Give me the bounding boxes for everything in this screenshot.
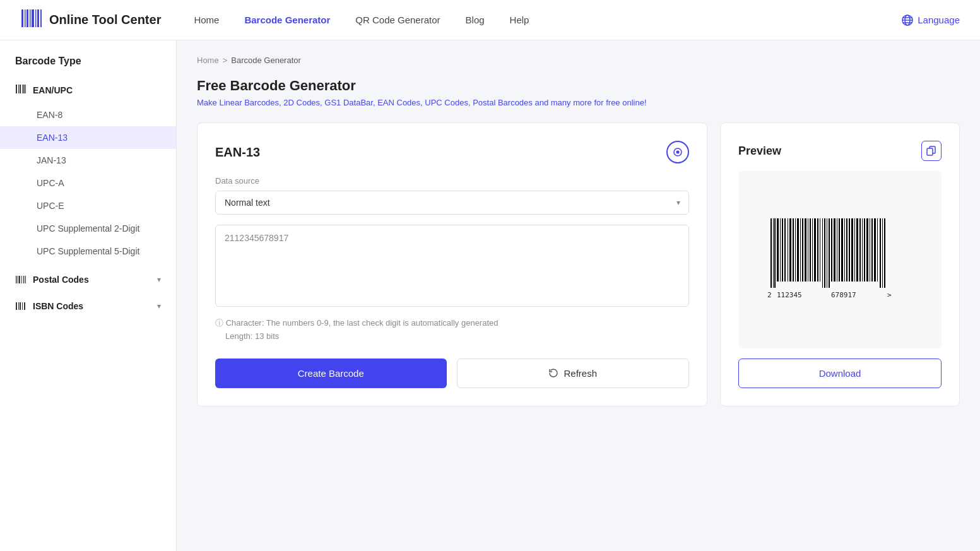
svg-rect-78 bbox=[880, 218, 881, 288]
svg-rect-49 bbox=[808, 218, 808, 281]
svg-rect-52 bbox=[814, 218, 816, 281]
svg-rect-20 bbox=[18, 276, 18, 283]
svg-rect-67 bbox=[851, 218, 853, 281]
svg-rect-63 bbox=[841, 218, 843, 281]
main-nav: Home Barcode Generator QR Code Generator… bbox=[194, 15, 881, 25]
svg-rect-50 bbox=[810, 218, 811, 281]
sidebar-category-ean-upc[interactable]: EAN/UPC bbox=[0, 77, 176, 104]
svg-rect-79 bbox=[882, 218, 883, 288]
breadcrumb-current: Barcode Generator bbox=[231, 56, 301, 65]
nav-barcode-generator[interactable]: Barcode Generator bbox=[244, 15, 330, 25]
svg-rect-22 bbox=[21, 276, 22, 283]
svg-rect-74 bbox=[870, 218, 870, 281]
breadcrumb-home[interactable]: Home bbox=[197, 56, 219, 65]
language-label: Language bbox=[918, 15, 960, 25]
hint-char: Character: The numbers 0-9, the last che… bbox=[226, 318, 499, 328]
settings-icon bbox=[672, 146, 683, 158]
nav-help[interactable]: Help bbox=[510, 15, 529, 25]
nav-qr-generator[interactable]: QR Code Generator bbox=[355, 15, 440, 25]
svg-rect-34 bbox=[770, 218, 772, 288]
sidebar-item-upc-sup5[interactable]: UPC Supplemental 5-Digit bbox=[0, 240, 176, 263]
copy-button[interactable] bbox=[921, 141, 942, 161]
sidebar-category-postal-left: Postal Codes bbox=[15, 274, 89, 285]
tool-area: EAN-13 Data source Normal text URL File bbox=[197, 122, 960, 406]
svg-rect-13 bbox=[16, 85, 17, 93]
nav-home[interactable]: Home bbox=[194, 15, 219, 25]
data-source-select[interactable]: Normal text URL File bbox=[215, 191, 689, 215]
svg-rect-16 bbox=[22, 85, 23, 93]
main-content: Home > Barcode Generator Free Barcode Ge… bbox=[177, 40, 980, 551]
svg-text:2: 2 bbox=[767, 291, 772, 299]
subtitle-end: and many more for free online! bbox=[534, 98, 646, 107]
svg-rect-27 bbox=[20, 302, 21, 310]
barcode-data-input[interactable] bbox=[215, 225, 689, 307]
data-source-label: Data source bbox=[215, 176, 689, 186]
settings-button[interactable] bbox=[666, 141, 689, 163]
page-body: Barcode Type EAN/UPC EAN-8 EAN-13 JAN-13… bbox=[0, 40, 980, 551]
barcode-image: 2 112345 678917 > bbox=[764, 215, 916, 304]
svg-rect-44 bbox=[795, 218, 796, 281]
sidebar-category-label-ean: EAN/UPC bbox=[33, 85, 73, 95]
svg-rect-45 bbox=[797, 218, 799, 281]
nav-blog[interactable]: Blog bbox=[466, 15, 485, 25]
sidebar-item-ean8[interactable]: EAN-8 bbox=[0, 104, 176, 126]
svg-rect-21 bbox=[19, 276, 20, 283]
svg-text:112345: 112345 bbox=[777, 291, 802, 299]
svg-rect-56 bbox=[824, 218, 825, 288]
svg-rect-7 bbox=[40, 9, 42, 27]
svg-rect-66 bbox=[849, 218, 850, 281]
svg-rect-48 bbox=[805, 218, 806, 281]
barcode-category-icon bbox=[15, 83, 27, 97]
sidebar-category-isbn-left: ISBN Codes bbox=[15, 300, 83, 312]
header: Online Tool Center Home Barcode Generato… bbox=[0, 0, 980, 40]
refresh-button[interactable]: Refresh bbox=[457, 358, 690, 388]
sidebar-title: Barcode Type bbox=[0, 56, 176, 77]
svg-rect-75 bbox=[871, 218, 873, 281]
svg-rect-23 bbox=[23, 276, 25, 283]
svg-rect-70 bbox=[859, 218, 861, 281]
sidebar-item-ean13[interactable]: EAN-13 bbox=[0, 126, 176, 149]
sidebar-item-upc-sup2[interactable]: UPC Supplemental 2-Digit bbox=[0, 217, 176, 240]
isbn-label: ISBN Codes bbox=[33, 301, 83, 311]
svg-rect-69 bbox=[856, 218, 858, 281]
generator-panel: EAN-13 Data source Normal text URL File bbox=[197, 122, 707, 406]
download-button[interactable]: Download bbox=[738, 358, 942, 388]
page-header: Free Barcode Generator Make Linear Barco… bbox=[197, 78, 960, 107]
create-barcode-button[interactable]: Create Barcode bbox=[215, 358, 447, 388]
svg-rect-14 bbox=[18, 85, 19, 93]
logo[interactable]: Online Tool Center bbox=[20, 7, 161, 33]
svg-rect-73 bbox=[866, 218, 868, 281]
svg-rect-28 bbox=[22, 302, 23, 310]
sidebar-item-upca[interactable]: UPC-A bbox=[0, 172, 176, 194]
svg-rect-68 bbox=[854, 218, 855, 281]
svg-rect-57 bbox=[827, 218, 827, 288]
subtitle-link[interactable]: Postal Barcodes bbox=[473, 98, 533, 107]
sidebar-category-postal[interactable]: Postal Codes ▾ bbox=[0, 268, 176, 292]
globe-icon bbox=[901, 14, 914, 27]
sidebar-item-upce[interactable]: UPC-E bbox=[0, 194, 176, 217]
svg-rect-53 bbox=[817, 218, 818, 281]
svg-rect-38 bbox=[780, 218, 781, 281]
svg-rect-58 bbox=[829, 218, 830, 288]
svg-rect-26 bbox=[18, 302, 19, 310]
svg-rect-42 bbox=[789, 218, 791, 281]
svg-rect-47 bbox=[802, 218, 803, 281]
sidebar-item-jan13[interactable]: JAN-13 bbox=[0, 149, 176, 172]
language-selector[interactable]: Language bbox=[901, 14, 960, 27]
panel-header: EAN-13 bbox=[215, 141, 689, 163]
preview-panel: Preview bbox=[720, 122, 960, 406]
sidebar: Barcode Type EAN/UPC EAN-8 EAN-13 JAN-13… bbox=[0, 40, 177, 551]
svg-rect-64 bbox=[844, 218, 845, 281]
sidebar-category-isbn[interactable]: ISBN Codes ▾ bbox=[0, 294, 176, 318]
postal-icon bbox=[15, 274, 27, 285]
logo-text: Online Tool Center bbox=[49, 13, 161, 27]
svg-rect-80 bbox=[884, 218, 885, 288]
hint-box: ⓘ Character: The numbers 0-9, the last c… bbox=[215, 317, 689, 343]
svg-text:678917: 678917 bbox=[831, 291, 856, 299]
svg-rect-41 bbox=[788, 218, 788, 281]
svg-rect-33 bbox=[927, 148, 933, 155]
svg-rect-55 bbox=[822, 218, 823, 288]
isbn-icon bbox=[15, 300, 27, 312]
subtitle-plain: Make Linear Barcodes, 2D Codes, GS1 Data… bbox=[197, 98, 471, 107]
isbn-chevron: ▾ bbox=[157, 302, 161, 311]
